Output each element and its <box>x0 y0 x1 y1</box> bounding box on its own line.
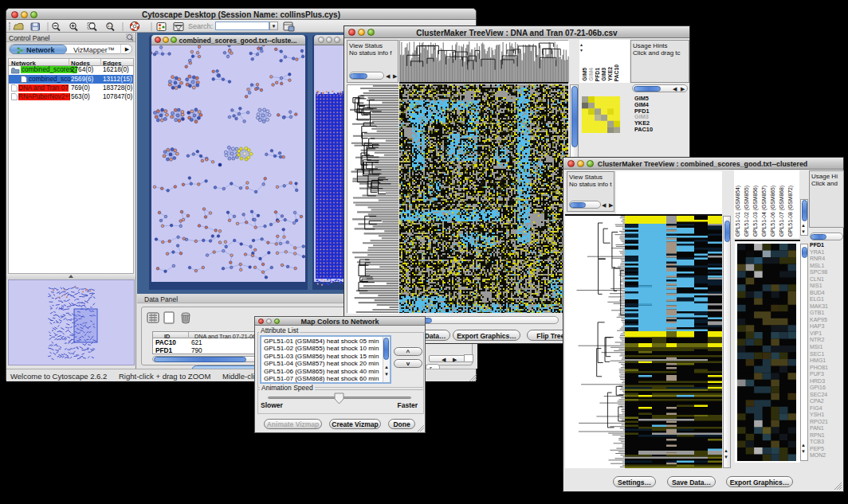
svg-text:1:1: 1:1 <box>108 24 113 28</box>
